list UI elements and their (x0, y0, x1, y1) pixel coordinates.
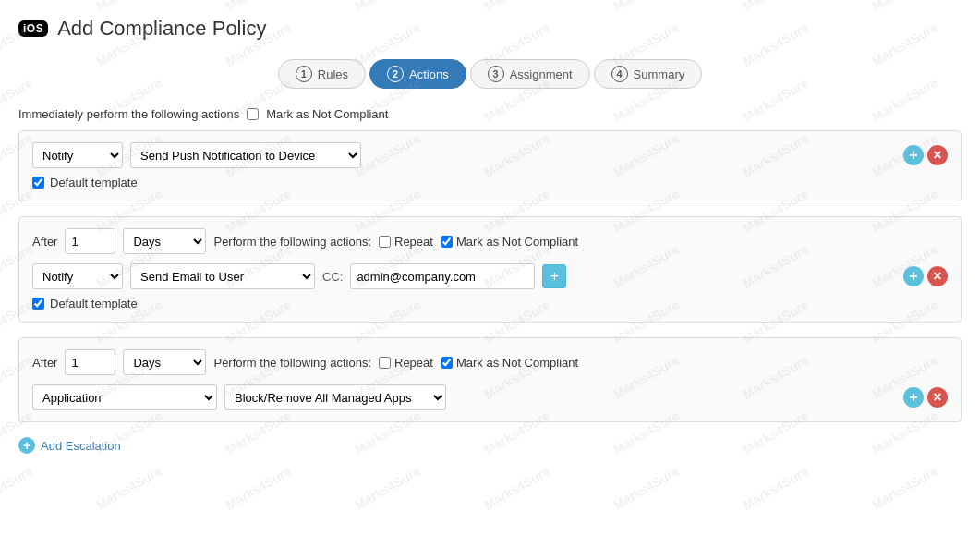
tab-assignment[interactable]: 3 Assignment (470, 59, 590, 89)
days-select-3[interactable]: Days Hours (123, 349, 206, 375)
add-action-2-button[interactable]: + (903, 266, 924, 286)
notify-select-1[interactable]: Notify Block Retire Application (32, 142, 123, 168)
mark-compliant-group-3: Mark as Not Compliant (441, 356, 578, 370)
block1-controls: + × (903, 145, 948, 165)
block2-controls: + × (903, 266, 948, 286)
page-header: iOS Add Compliance Policy (0, 0, 980, 50)
repeat-label-2: Repeat (394, 235, 433, 249)
repeat-label-3: Repeat (394, 356, 433, 370)
step-num-4: 4 (611, 66, 628, 82)
tab-actions[interactable]: 2 Actions (369, 59, 466, 89)
default-template-2-label: Default template (50, 297, 138, 310)
add-cc-button-2[interactable]: + (542, 264, 566, 288)
action-block-2-default-template-row: Default template (32, 297, 948, 310)
action-block-2-after-row: After Days Hours Perform the following a… (32, 228, 948, 254)
block-select-3[interactable]: Block/Remove All Managed Apps Send Email… (224, 384, 446, 410)
mark-compliant-checkbox-3[interactable] (441, 357, 453, 369)
send-select-2[interactable]: Send Email to User Send Push Notificatio… (130, 263, 315, 289)
mark-not-compliant-immediately-checkbox[interactable] (247, 108, 259, 120)
after-label-3: After (32, 356, 57, 370)
wizard-nav: 1 Rules 2 Actions 3 Assignment 4 Summary (0, 59, 980, 89)
tab-rules[interactable]: 1 Rules (278, 59, 366, 89)
perform-label-2: Perform the following actions: (213, 235, 371, 249)
send-select-1[interactable]: Send Push Notification to Device Send Em… (130, 142, 361, 168)
remove-action-3-button[interactable]: × (927, 387, 948, 408)
default-template-1-checkbox[interactable] (32, 177, 44, 189)
add-escalation[interactable]: + Add Escalation (18, 437, 962, 454)
immediately-label: Immediately perform the following action… (18, 107, 239, 121)
step-label-actions: Actions (409, 67, 449, 81)
mark-compliant-label-2: Mark as Not Compliant (456, 235, 578, 249)
app-select-3[interactable]: Application Notify Block Retire (32, 384, 217, 410)
action-block-2: After Days Hours Perform the following a… (18, 216, 962, 323)
action-block-1-row1: Notify Block Retire Application Send Pus… (32, 142, 948, 168)
days-input-2[interactable] (65, 228, 115, 254)
default-template-2-checkbox[interactable] (32, 298, 44, 310)
action-block-1: Notify Block Retire Application Send Pus… (18, 130, 962, 201)
add-action-3-button[interactable]: + (903, 387, 924, 408)
days-select-2[interactable]: Days Hours (123, 228, 206, 254)
remove-action-1-button[interactable]: × (927, 145, 948, 165)
mark-compliant-label-3: Mark as Not Compliant (456, 356, 578, 370)
default-template-1-label: Default template (50, 176, 138, 189)
repeat-checkbox-2[interactable] (379, 236, 391, 248)
add-escalation-label: Add Escalation (41, 439, 121, 453)
action-block-1-default-template-row: Default template (32, 176, 948, 189)
mark-compliant-checkbox-2[interactable] (441, 236, 453, 248)
action-block-3: After Days Hours Perform the following a… (18, 337, 962, 422)
block3-controls: + × (903, 387, 948, 408)
mark-compliant-group-2: Mark as Not Compliant (441, 235, 578, 249)
step-label-summary: Summary (634, 67, 685, 81)
immediately-row: Immediately perform the following action… (18, 107, 962, 121)
after-label-2: After (32, 235, 57, 249)
step-num-1: 1 (296, 66, 312, 82)
main-content: Immediately perform the following action… (0, 107, 980, 454)
repeat-checkbox-3[interactable] (379, 357, 391, 369)
ios-logo: iOS (18, 20, 48, 37)
repeat-group-2: Repeat (379, 235, 433, 249)
cc-label-2: CC: (322, 270, 343, 284)
page-title: Add Compliance Policy (57, 17, 266, 41)
action-block-3-after-row: After Days Hours Perform the following a… (32, 349, 948, 375)
action-block-2-row1: Notify Block Retire Application Send Ema… (32, 263, 948, 289)
cc-input-2[interactable] (350, 263, 535, 289)
repeat-group-3: Repeat (379, 356, 433, 370)
mark-not-compliant-immediately-label: Mark as Not Compliant (266, 107, 388, 121)
step-label-assignment: Assignment (510, 67, 573, 81)
remove-action-2-button[interactable]: × (927, 266, 948, 286)
add-escalation-icon: + (18, 437, 35, 454)
days-input-3[interactable] (65, 349, 115, 375)
step-num-2: 2 (387, 66, 404, 82)
perform-label-3: Perform the following actions: (213, 356, 371, 370)
step-num-3: 3 (488, 66, 504, 82)
notify-select-2[interactable]: Notify Block Retire Application (32, 263, 123, 289)
add-action-1-button[interactable]: + (903, 145, 924, 165)
step-label-rules: Rules (318, 67, 348, 81)
tab-summary[interactable]: 4 Summary (594, 59, 703, 89)
action-block-3-row1: Application Notify Block Retire Block/Re… (32, 384, 948, 410)
